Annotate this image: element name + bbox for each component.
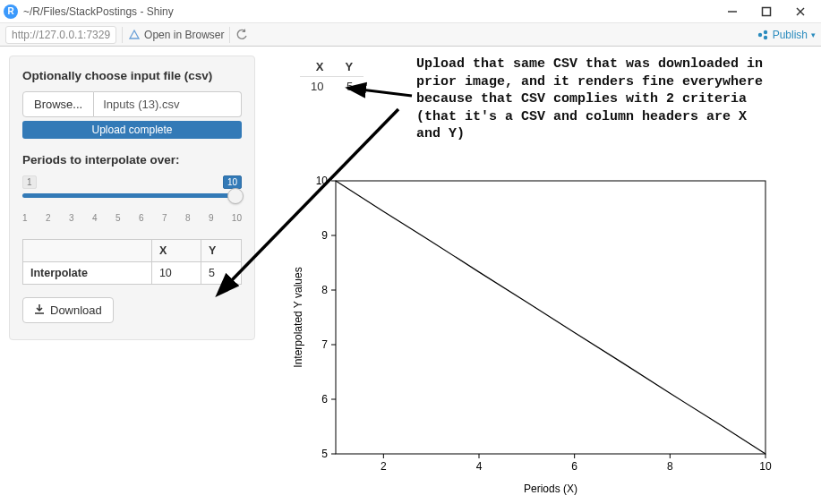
- download-label: Download: [50, 303, 102, 317]
- svg-text:Interpolated Y values: Interpolated Y values: [292, 267, 304, 367]
- upload-progress: Upload complete: [22, 121, 242, 139]
- browser-icon: [128, 29, 141, 41]
- file-input: Browse... Inputs (13).csv: [22, 91, 242, 117]
- minimize-button[interactable]: [715, 2, 749, 21]
- open-in-browser-label: Open in Browser: [144, 29, 224, 41]
- svg-line-33: [361, 90, 412, 96]
- download-button[interactable]: Download: [22, 297, 114, 323]
- download-icon: [34, 303, 45, 317]
- sidebar-panel: Optionally choose input file (csv) Brows…: [9, 56, 255, 340]
- table-row-y: 5: [201, 262, 241, 285]
- svg-text:10: 10: [759, 460, 772, 473]
- svg-text:5: 5: [321, 448, 328, 460]
- svg-point-6: [763, 35, 766, 38]
- svg-text:6: 6: [571, 460, 577, 473]
- table-col-y: Y: [201, 240, 241, 262]
- svg-rect-1: [763, 7, 771, 15]
- chevron-down-icon: ▾: [811, 30, 816, 39]
- slider-min-badge: 1: [22, 175, 37, 189]
- svg-text:9: 9: [321, 229, 328, 242]
- publish-button[interactable]: Publish ▾: [757, 29, 816, 41]
- svg-text:8: 8: [667, 460, 673, 473]
- svg-point-4: [757, 32, 761, 36]
- open-in-browser-button[interactable]: Open in Browser: [128, 29, 224, 41]
- interpolation-plot: 5678910246810Interpolated Y valuesPeriod…: [282, 172, 783, 504]
- browse-button[interactable]: Browse...: [22, 91, 94, 117]
- table-header-row: X Y: [23, 240, 242, 262]
- main-panel: X Y 10 5 Upload that same CSV that was d…: [264, 56, 812, 340]
- annotation-text: Upload that same CSV that was downloaded…: [416, 56, 774, 143]
- svg-text:2: 2: [381, 460, 387, 473]
- preview-col-y: Y: [334, 57, 363, 77]
- table-row-label: Interpolate: [23, 262, 152, 285]
- refresh-icon: [235, 29, 248, 41]
- refresh-button[interactable]: [235, 29, 248, 41]
- table-row: Interpolate 10 5: [23, 262, 242, 285]
- window-title: ~/R/Files/StackPostings - Shiny: [23, 5, 715, 18]
- url-field[interactable]: http://127.0.0.1:7329: [5, 26, 116, 44]
- svg-text:6: 6: [321, 393, 328, 406]
- maximize-button[interactable]: [749, 2, 783, 21]
- svg-point-5: [763, 30, 766, 33]
- slider-label: Periods to interpolate over:: [22, 153, 242, 167]
- preview-val-y: 5: [334, 77, 363, 97]
- file-input-label: Optionally choose input file (csv): [22, 69, 242, 82]
- slider-tick-labels: 12345678910: [22, 213, 242, 223]
- chosen-file-name: Inputs (13).csv: [94, 91, 242, 117]
- separator: [229, 27, 230, 43]
- close-button[interactable]: [783, 2, 817, 21]
- data-preview-table: X Y 10 5: [300, 57, 363, 96]
- svg-text:8: 8: [321, 284, 328, 296]
- preview-col-x: X: [300, 57, 334, 77]
- svg-text:10: 10: [316, 175, 329, 187]
- r-app-icon: R: [4, 4, 18, 19]
- table-row-x: 10: [151, 262, 201, 285]
- table-col-x: X: [151, 240, 201, 262]
- svg-text:4: 4: [476, 460, 483, 473]
- window-titlebar: R ~/R/Files/StackPostings - Shiny: [0, 0, 821, 23]
- publish-label: Publish: [773, 29, 808, 41]
- preview-val-x: 10: [300, 77, 334, 97]
- interpolate-table: X Y Interpolate 10 5: [22, 239, 242, 285]
- toolbar: http://127.0.0.1:7329 Open in Browser Pu…: [0, 23, 821, 47]
- separator: [122, 27, 123, 43]
- svg-text:Periods (X): Periods (X): [524, 483, 577, 495]
- slider-bar: [22, 193, 242, 198]
- slider-max-badge: 10: [223, 175, 242, 189]
- publish-icon: [757, 29, 769, 41]
- svg-text:7: 7: [321, 338, 328, 351]
- slider-handle[interactable]: [227, 188, 244, 204]
- periods-slider[interactable]: 1 10: [22, 175, 242, 211]
